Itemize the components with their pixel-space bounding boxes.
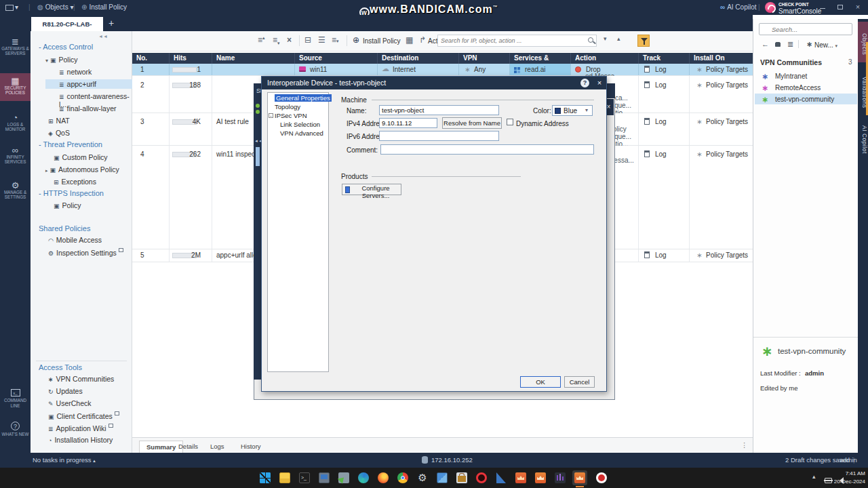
tree-item-client-certificates[interactable]: ▣Client Certificates	[48, 411, 119, 420]
col-services[interactable]: Services & Applications	[510, 53, 571, 64]
col-install-on[interactable]: Install On	[690, 53, 753, 64]
comment-field[interactable]	[380, 144, 594, 155]
install-policy-menu[interactable]: ⊕Install Policy	[81, 0, 127, 15]
smartconsole-active-icon[interactable]	[572, 470, 587, 485]
rail-gateways-servers[interactable]: ≣GATEWAYS & SERVERS	[0, 39, 31, 56]
col-vpn[interactable]: VPN	[459, 53, 510, 64]
section-threat-prevention[interactable]: - Threat Prevention	[39, 140, 102, 148]
resolve-from-name-button[interactable]: Resolve from Name	[442, 117, 502, 129]
firefox-browser-icon[interactable]	[376, 470, 391, 485]
configure-servers-button[interactable]: Configure Servers...	[342, 184, 401, 195]
tab-history[interactable]: History	[234, 441, 268, 452]
remote-desktop-icon[interactable]	[317, 470, 332, 485]
rail-security-policies[interactable]: ▦SECURITY POLICIES	[0, 73, 31, 101]
tab-logs[interactable]: Logs	[203, 441, 231, 452]
dialog-titlebar[interactable]: Interoperable Device - test-vpn-object	[262, 77, 606, 89]
tree-item-custom-policy[interactable]: ▣Custom Policy	[54, 153, 108, 161]
search-next-icon[interactable]: ▾	[604, 35, 607, 42]
app-menu-icon[interactable]: ▾	[5, 0, 18, 15]
col-source[interactable]: Source	[295, 53, 378, 64]
tree-item-vpn-advanced[interactable]: VPN Advanced	[280, 129, 323, 137]
panel-expander-icon[interactable]: ⋮	[741, 441, 748, 449]
tree-item-mobile-access[interactable]: ◠Mobile Access	[48, 236, 102, 244]
tree-item-final-allow-layer[interactable]: ≣final-allow-layer	[59, 104, 117, 113]
smartconsole-orange-icon[interactable]	[513, 470, 528, 485]
col-track[interactable]: Track	[639, 53, 690, 64]
store-app-icon[interactable]	[454, 470, 469, 485]
section-divider-icon[interactable]: ☰	[318, 35, 326, 45]
tray-chevron-up-icon[interactable]: ▴	[812, 473, 816, 488]
tree-item-qos[interactable]: ◈QoS	[48, 129, 70, 137]
table-row[interactable]: 1 1 win11 ☁Internet ∗Any read.ai Drop Lo…	[132, 64, 753, 76]
search-prev-icon[interactable]: ▴	[617, 35, 620, 42]
collapse-tree-button[interactable]: ◄◄	[98, 34, 108, 39]
tree-item-ipsec-vpn[interactable]: IPSec VPN	[275, 112, 307, 119]
ok-button[interactable]: OK	[520, 376, 561, 388]
search-icon[interactable]	[588, 37, 593, 43]
add-rule-above-icon[interactable]: ≡▴	[258, 35, 265, 45]
terminal-icon[interactable]: >_	[297, 470, 312, 485]
col-destination[interactable]: Destination	[378, 53, 459, 64]
maximize-button[interactable]	[831, 0, 849, 15]
tree-item-topology[interactable]: Topology	[275, 103, 300, 110]
columns-icon[interactable]: ≡▾	[332, 35, 339, 45]
tree-item-vpn-communities[interactable]: ∗VPN Communities	[48, 375, 114, 383]
back-icon[interactable]: ←	[762, 40, 769, 48]
rail-command-line[interactable]: x_COMMAND LINE	[0, 389, 31, 408]
tree-item-network[interactable]: ≣network	[59, 68, 92, 76]
cancel-button[interactable]: Cancel	[564, 376, 595, 388]
dynamic-address-checkbox[interactable]	[507, 119, 513, 125]
rail-whats-new[interactable]: ?WHAT'S NEW	[0, 422, 31, 437]
dialog-help-button[interactable]: ?	[580, 79, 589, 87]
opera-browser-icon[interactable]	[474, 470, 489, 485]
taskbar-clock[interactable]: 7:41 AM 20-Dec-2024	[834, 470, 865, 486]
chrome-browser-icon[interactable]	[395, 470, 410, 485]
list-view-icon[interactable]: ≣	[787, 40, 793, 49]
section-https-inspection[interactable]: - HTTPS Inspection	[39, 189, 104, 197]
objects-menu[interactable]: ◍Objects ▾	[37, 0, 73, 15]
section-access-control[interactable]: - Access Control	[39, 43, 93, 51]
tab-ai-copilot[interactable]: AI Copilot	[858, 115, 868, 160]
new-object-icon[interactable]: ∗	[806, 40, 812, 49]
install-policy-icon[interactable]: ⊕	[353, 35, 359, 45]
section-shared-policies[interactable]: Shared Policies	[39, 224, 90, 232]
rail-logs-monitor[interactable]: ◔LOGS & MONITOR	[0, 115, 31, 132]
tree-item-policy[interactable]: ▾ ▣Policy	[45, 56, 77, 64]
name-field[interactable]	[379, 105, 499, 115]
ipv6-field[interactable]	[379, 131, 499, 141]
close-button[interactable]: ×	[849, 0, 867, 15]
settings-gear-icon[interactable]: ⚙	[415, 470, 430, 485]
bandicam-record-icon[interactable]	[594, 470, 609, 485]
smartconsole-fin-icon[interactable]	[494, 470, 509, 485]
list-item[interactable]: ∗RemoteAccess	[755, 82, 857, 93]
tree-item-link-selection[interactable]: Link Selection	[280, 121, 320, 128]
tree-item-exceptions[interactable]: ⊞Exceptions	[54, 178, 96, 186]
list-item[interactable]: ∗test-vpn-community	[755, 94, 857, 104]
tree-expander-icon[interactable]: -	[269, 113, 273, 118]
tree-item-usercheck[interactable]: ✎UserCheck	[48, 399, 91, 407]
actions-share-icon[interactable]: ↱	[419, 35, 426, 45]
tree-item-https-policy[interactable]: ▣Policy	[54, 201, 81, 209]
tab-policy-package[interactable]: R81.20-CP-LAB-POLICY	[31, 17, 103, 31]
section-title-icon[interactable]: ⊟	[304, 35, 311, 45]
col-hits[interactable]: Hits	[170, 53, 212, 64]
smartview-orange-icon[interactable]	[533, 470, 548, 485]
section-access-tools[interactable]: Access Tools	[39, 363, 82, 371]
list-item[interactable]: ∗MyIntranet	[755, 70, 857, 81]
ai-copilot-button[interactable]: ∞AI Copilot	[720, 0, 757, 15]
ipv4-field[interactable]	[379, 118, 437, 128]
scrollbar-thumb[interactable]	[256, 147, 260, 166]
photos-app-icon[interactable]	[435, 470, 450, 485]
filter-button[interactable]	[637, 35, 650, 47]
winscp-icon[interactable]	[336, 470, 351, 485]
col-name[interactable]: Name	[212, 53, 295, 64]
color-dropdown[interactable]: Blue ▾	[552, 105, 593, 116]
tree-item-nat[interactable]: ⊞NAT	[48, 117, 70, 125]
add-rule-below-icon[interactable]: ≡▾	[273, 35, 280, 46]
tree-item-autonomous-policy[interactable]: ▸ ▣Autonomous Policy	[45, 165, 119, 174]
tree-item-application-wiki[interactable]: ≣Application Wiki	[48, 424, 113, 432]
minimize-button[interactable]	[814, 0, 831, 15]
tree-item-appc-urlf[interactable]: ≣appc+urlf	[45, 79, 132, 89]
delete-rule-icon[interactable]: ×	[287, 35, 292, 45]
tab-details[interactable]: Details	[172, 441, 205, 452]
